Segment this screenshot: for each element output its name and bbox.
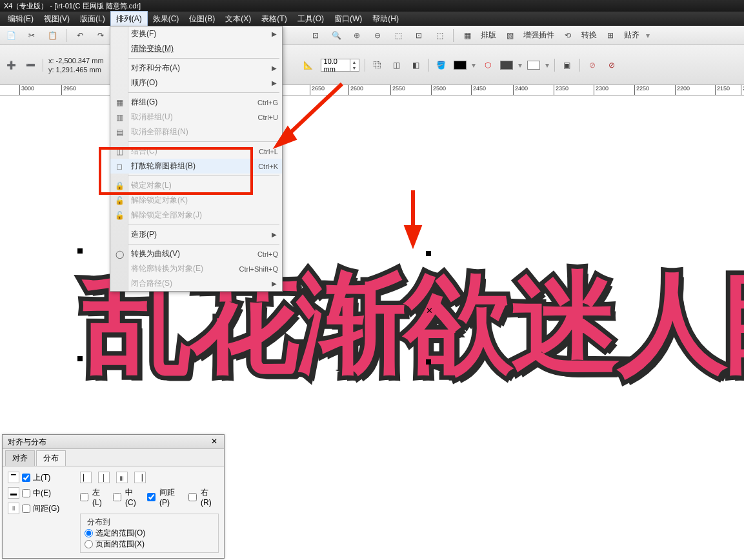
menu-item[interactable]: ▦群组(G)Ctrl+G — [110, 95, 282, 110]
zoom-all-icon[interactable]: ⬚ — [432, 28, 447, 43]
ruler-tick: 2350 — [554, 85, 568, 95]
menu-item[interactable]: 造形(P)▶ — [110, 227, 282, 242]
opt1-icon[interactable]: ◫ — [390, 58, 404, 72]
spin-down-icon[interactable]: ▼ — [350, 65, 359, 71]
menu-item-icon: ◫ — [114, 146, 125, 157]
annotation-arrow-2 — [397, 187, 436, 252]
dist-hgap-icon[interactable]: ⫼ — [116, 472, 128, 483]
zoom-page-icon[interactable]: ⬚ — [391, 28, 405, 43]
menu-help[interactable]: 帮助(H) — [367, 12, 404, 26]
plugin-icon[interactable]: ▧ — [503, 28, 517, 43]
fill-swatch[interactable] — [454, 61, 467, 70]
menu-tools[interactable]: 工具(O) — [292, 12, 329, 26]
dist-left-icon[interactable]: ▏ — [80, 472, 92, 483]
dist-hgap-check[interactable] — [147, 493, 156, 501]
radio-page[interactable] — [85, 540, 93, 548]
menu-bitmap[interactable]: 位图(B) — [184, 12, 220, 26]
menu-item[interactable]: 清除变换(M) — [110, 41, 282, 56]
annotation-arrow-1 — [271, 77, 348, 155]
dist-vgap-check[interactable] — [22, 505, 30, 513]
bg-swatch[interactable] — [527, 61, 540, 70]
submenu-arrow-icon: ▶ — [272, 280, 277, 287]
snap-icon[interactable]: ⊞ — [603, 28, 618, 43]
svg-line-0 — [284, 84, 342, 139]
submenu-arrow-icon: ▶ — [272, 231, 277, 238]
spin-up-icon[interactable]: ▲ — [350, 59, 359, 65]
dist-hmid-icon[interactable]: │ — [98, 472, 110, 483]
menu-item: 将轮廓转换为对象(E)Ctrl+Shift+Q — [110, 261, 282, 276]
menu-layout[interactable]: 版面(L) — [75, 12, 110, 26]
layout-icon[interactable]: ▦ — [460, 28, 474, 43]
copy-icon[interactable]: 📄 — [4, 28, 18, 43]
ruler-tick: 2250 — [634, 85, 649, 95]
sel-handle-bm[interactable] — [426, 359, 431, 365]
remove-tool-icon[interactable]: ➖ — [23, 58, 37, 72]
menu-edit[interactable]: 编辑(E) — [3, 12, 39, 26]
panel-close-icon[interactable]: ✕ — [208, 436, 220, 446]
menu-item[interactable]: ◻打散轮廓图群组(B)Ctrl+K — [110, 159, 282, 174]
sel-handle-tl[interactable] — [77, 248, 83, 254]
menu-arrange[interactable]: 排列(A) — [110, 11, 148, 27]
menu-item-icon: ▤ — [114, 127, 125, 137]
outline-swatch[interactable] — [500, 61, 513, 70]
tab-distribute[interactable]: 分布 — [36, 450, 66, 466]
panel-title-text: 对齐与分布 — [8, 437, 46, 446]
menu-text[interactable]: 文本(X) — [220, 12, 256, 26]
ruler-tick: 210 — [741, 85, 744, 95]
title-bar: X4（专业版） - [\rt-01(C 臣网版 随意简.cdr] — [0, 0, 744, 12]
menu-item-icon: ◻ — [114, 161, 125, 172]
undo-icon[interactable]: ↶ — [73, 28, 87, 43]
sel-handle-bl[interactable] — [77, 356, 83, 361]
dist-right-check[interactable] — [188, 493, 197, 501]
menu-item-label: 顺序(O) — [131, 77, 157, 88]
menu-view[interactable]: 视图(V) — [39, 12, 75, 26]
nudge-input[interactable]: 10.0 mm ▲▼ — [321, 59, 359, 72]
sel-handle-tm[interactable] — [426, 251, 431, 256]
tab-align[interactable]: 对齐 — [5, 450, 35, 466]
convert-icon[interactable]: ⟲ — [561, 28, 575, 43]
ruler-tick: 2500 — [431, 85, 446, 95]
zoom-sel-icon[interactable]: ⊡ — [412, 28, 426, 43]
dist-vgap-icon[interactable]: ⫴ — [8, 503, 19, 514]
dist-top-check[interactable] — [22, 474, 30, 482]
dist-top-icon[interactable]: ▔ — [8, 472, 19, 483]
dist-right-icon[interactable]: ▕ — [134, 472, 146, 483]
menu-window[interactable]: 窗口(W) — [329, 12, 367, 26]
zoom-fit-icon[interactable]: ⊡ — [308, 28, 323, 43]
radio-selection[interactable] — [85, 529, 93, 537]
outline-icon[interactable]: ⬡ — [481, 58, 495, 72]
dist-vmid-check[interactable] — [22, 489, 30, 497]
dist-left-check[interactable] — [80, 493, 88, 501]
dist-hmid-check[interactable] — [113, 493, 121, 501]
misc1-icon[interactable]: ⊘ — [585, 58, 599, 72]
zoom-in-icon[interactable]: ⊕ — [350, 28, 364, 43]
boundary-icon[interactable]: ▣ — [560, 58, 574, 72]
fill-icon[interactable]: 🪣 — [434, 58, 448, 72]
dist-top-label: 上(T) — [33, 472, 50, 483]
menu-item[interactable]: ◯转换为曲线(V)Ctrl+Q — [110, 246, 282, 261]
opt2-icon[interactable]: ◧ — [409, 58, 423, 72]
menu-effect[interactable]: 效果(C) — [148, 12, 185, 26]
dup-icon[interactable]: ⿻ — [370, 58, 385, 72]
menu-separator — [113, 225, 279, 225]
zoom-icon[interactable]: 🔍 — [329, 28, 343, 43]
units-icon[interactable]: 📐 — [301, 58, 316, 72]
paste-icon[interactable]: 📋 — [45, 28, 59, 43]
misc2-icon[interactable]: ⊘ — [605, 58, 619, 72]
menu-item: 🔓解除锁定对象(K) — [110, 193, 282, 208]
menu-item-icon: 🔓 — [114, 195, 125, 206]
menu-table[interactable]: 表格(T) — [256, 12, 292, 26]
dist-vmid-icon[interactable]: ▬ — [8, 487, 19, 499]
ruler-tick: 2450 — [471, 85, 486, 95]
ruler-tick: 2550 — [390, 85, 405, 95]
select-tool-icon[interactable]: ➕ — [4, 58, 18, 72]
menu-item[interactable]: 顺序(O)▶ — [110, 75, 282, 90]
panel-title: 对齐与分布 ✕ — [3, 435, 224, 449]
menu-item[interactable]: 对齐和分布(A)▶ — [110, 61, 282, 75]
redo-icon[interactable]: ↷ — [94, 28, 108, 43]
app-title: X4（专业版） - [\rt-01(C 臣网版 随意简.cdr] — [4, 1, 141, 11]
zoom-out-icon[interactable]: ⊖ — [370, 28, 385, 43]
cut-icon[interactable]: ✂ — [25, 28, 39, 43]
menu-item[interactable]: 变换(F)▶ — [110, 26, 282, 41]
radio-page-label: 页面的范围(X) — [96, 539, 145, 550]
